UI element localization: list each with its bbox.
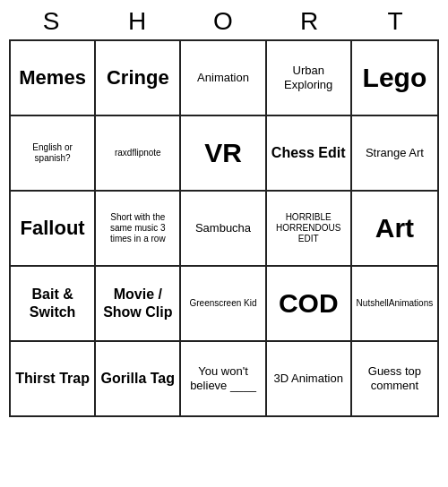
bingo-cell-1-4: Strange Art — [352, 116, 437, 190]
bingo-cell-4-3: 3D Animation — [267, 342, 352, 415]
bingo-row-4: Thirst TrapGorilla TagYou won't believe … — [11, 342, 437, 415]
header-o: O — [185, 7, 263, 36]
bingo-cell-4-1: Gorilla Tag — [96, 342, 181, 415]
header-s: S — [13, 7, 91, 36]
bingo-cell-3-0: Bait & Switch — [11, 267, 96, 340]
bingo-row-3: Bait & SwitchMovie / Show ClipGreenscree… — [11, 267, 437, 342]
bingo-cell-3-2: Greenscreen Kid — [181, 267, 266, 340]
bingo-grid: MemesCringeAnimationUrban ExploringLegoE… — [9, 39, 439, 417]
bingo-row-2: FalloutShort with the same music 3 times… — [11, 192, 437, 267]
header-t: T — [357, 7, 435, 36]
bingo-cell-4-4: Guess top comment — [352, 342, 437, 415]
bingo-cell-1-0: English or spanish? — [11, 116, 96, 190]
bingo-cell-2-2: Sambucha — [181, 192, 266, 265]
bingo-cell-0-4: Lego — [352, 41, 437, 115]
bingo-cell-1-3: Chess Edit — [267, 116, 352, 190]
bingo-cell-3-4: NutshellAnimations — [352, 267, 437, 340]
header-r: R — [271, 7, 349, 36]
bingo-cell-2-4: Art — [352, 192, 437, 265]
bingo-row-0: MemesCringeAnimationUrban ExploringLego — [11, 41, 437, 116]
bingo-row-1: English or spanish?raxdflipnoteVRChess E… — [11, 116, 437, 192]
bingo-cell-1-1: raxdflipnote — [96, 116, 181, 190]
bingo-header: S H O R T — [9, 0, 439, 39]
bingo-cell-2-1: Short with the same music 3 times in a r… — [96, 192, 181, 265]
header-h: H — [99, 7, 177, 36]
bingo-cell-4-0: Thirst Trap — [11, 342, 96, 415]
bingo-cell-4-2: You won't believe ____ — [181, 342, 266, 415]
bingo-cell-0-2: Animation — [181, 41, 266, 115]
bingo-cell-0-3: Urban Exploring — [267, 41, 352, 115]
bingo-cell-0-1: Cringe — [96, 41, 181, 115]
bingo-cell-0-0: Memes — [11, 41, 96, 115]
bingo-cell-2-0: Fallout — [11, 192, 96, 265]
bingo-cell-3-1: Movie / Show Clip — [96, 267, 181, 340]
bingo-cell-2-3: HORRIBLE HORRENDOUS EDIT — [267, 192, 352, 265]
bingo-cell-1-2: VR — [181, 116, 266, 190]
bingo-cell-3-3: COD — [267, 267, 352, 340]
